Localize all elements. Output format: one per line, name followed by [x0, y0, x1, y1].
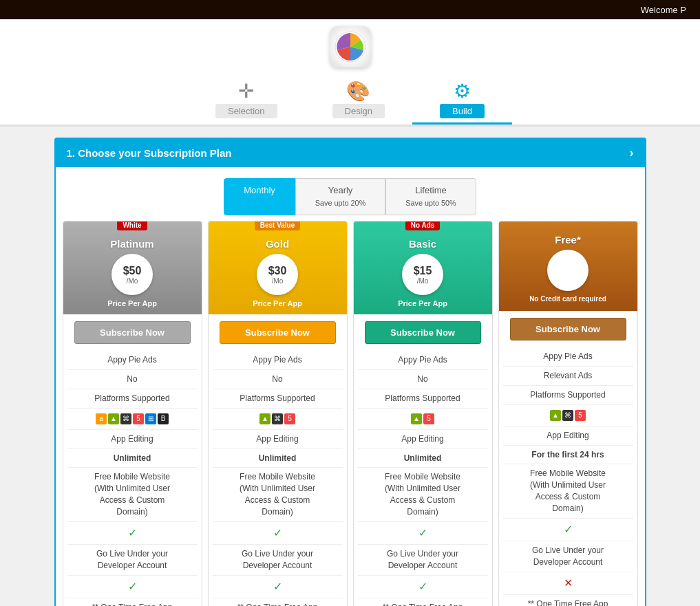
feature-submission-f: ** One Time Free AppSubmission(only if D… — [503, 595, 633, 606]
plan-basic-price-label: Price Per App — [398, 299, 447, 307]
step-design[interactable]: 🎨 Design — [305, 76, 412, 125]
header: ✛ Selection 🎨 Design ⚙ Build — [0, 19, 700, 127]
feature-editing-value: Unlimited — [67, 449, 198, 468]
feature-mobile-site-b: Free Mobile Website(With Unlimited UserA… — [358, 468, 488, 521]
feature-platforms-label-g: Platforms Supported — [213, 389, 343, 409]
main-container: 1. Choose your Subscription Plan › Month… — [54, 138, 646, 606]
feature-ads-value-f: Relevant Ads — [503, 367, 633, 386]
logo — [330, 26, 371, 67]
welcome-text: Welcome P — [641, 5, 686, 15]
feature-submission-g: ** One Time Free AppSubmission(only if D… — [213, 598, 343, 606]
feature-platforms-label-b: Platforms Supported — [358, 389, 488, 409]
feature-ads-label-g: Appy Pie Ads — [213, 351, 343, 370]
plan-gold-name: Gold — [266, 238, 289, 250]
plan-platinum-body: Appy Pie Ads No Platforms Supported a ▲ … — [63, 351, 202, 606]
feature-ads-value-g: No — [213, 370, 343, 389]
tab-lifetime[interactable]: LifetimeSave upto 50% — [385, 178, 476, 215]
steps-nav: ✛ Selection 🎨 Design ⚙ Build — [188, 76, 512, 125]
feature-ads-label-f: Appy Pie Ads — [503, 347, 633, 367]
feature-mobile-site-g: Free Mobile Website(With Unlimited UserA… — [213, 468, 343, 521]
build-icon: ⚙ — [454, 80, 471, 102]
plan-basic-amount: $15 — [414, 265, 432, 277]
section-title: 1. Choose your Subscription Plan — [67, 147, 232, 159]
plan-platinum-name: Platinum — [110, 238, 153, 250]
feature-platforms-icons-g: ▲ ⌘ 5 — [213, 409, 343, 430]
step-design-label[interactable]: Design — [332, 104, 385, 118]
feature-golive-cross-f: ✕ — [503, 572, 633, 595]
feature-platforms-icons-b: ▲ 5 — [358, 409, 488, 430]
plan-basic-header: No Ads Basic $15 /Mo Price Per App — [354, 221, 492, 314]
plan-platinum-price-circle: $50 /Mo — [112, 254, 153, 295]
feature-ads-value: No — [67, 370, 198, 389]
feature-submission-b: ** One Time Free AppSubmission(only if D… — [358, 598, 488, 606]
feature-mobile-check-b: ✓ — [358, 522, 488, 545]
plan-basic-body: Appy Pie Ads No Platforms Supported ▲ 5 … — [354, 351, 492, 606]
plan-gold-period: /Mo — [272, 277, 284, 285]
plan-gold-price-label: Price Per App — [253, 299, 302, 307]
feature-ads-value-b: No — [358, 370, 488, 389]
plan-free-no-credit: No Credit card required — [529, 295, 606, 303]
plan-gold-body: Appy Pie Ads No Platforms Supported ▲ ⌘ … — [209, 351, 347, 606]
feature-editing-label-g: App Editing — [213, 430, 343, 449]
feature-mobile-site-f: Free Mobile Website(With Unlimited UserA… — [503, 464, 633, 518]
feature-submission: ** One Time Free AppSubmission(only if D… — [67, 598, 198, 606]
design-icon: 🎨 — [346, 80, 370, 102]
feature-ads-label: Appy Pie Ads — [67, 351, 198, 370]
plan-gold: Best Value Gold $30 /Mo Price Per App Su… — [208, 221, 348, 606]
feature-mobile-check: ✓ — [67, 522, 198, 545]
subscribe-platinum[interactable]: Subscribe Now — [74, 321, 191, 344]
feature-golive-check: ✓ — [67, 576, 198, 598]
selection-icon: ✛ — [238, 80, 254, 102]
feature-mobile-check-f: ✓ — [503, 519, 633, 541]
feature-golive-label: Go Live Under yourDeveloper Account — [67, 545, 198, 576]
step-build[interactable]: ⚙ Build — [412, 76, 512, 125]
feature-editing-label-f: App Editing — [503, 426, 633, 446]
plan-platinum-period: /Mo — [127, 277, 138, 285]
feature-golive-label-g: Go Live Under yourDeveloper Account — [213, 545, 343, 576]
step-selection-label[interactable]: Selection — [215, 104, 277, 118]
subscribe-basic[interactable]: Subscribe Now — [365, 321, 481, 344]
plan-free-price-circle: Free* — [547, 250, 588, 291]
section-arrow: › — [630, 146, 634, 160]
plan-basic-name: Basic — [409, 238, 436, 250]
plan-gold-amount: $30 — [268, 265, 287, 277]
feature-editing-label: App Editing — [67, 430, 198, 449]
plan-free-label: Free* — [550, 261, 585, 279]
top-bar: Welcome P — [0, 0, 700, 19]
subscribe-gold[interactable]: Subscribe Now — [220, 321, 336, 344]
plan-basic: No Ads Basic $15 /Mo Price Per App Subsc… — [353, 221, 493, 606]
feature-editing-value-b: Unlimited — [358, 449, 488, 468]
badge-white: White — [117, 221, 147, 230]
feature-mobile-check-g: ✓ — [213, 522, 343, 545]
feature-ads-label-b: Appy Pie Ads — [358, 351, 488, 370]
feature-platforms-icons: a ▲ ⌘ 5 ⊞ B — [67, 409, 198, 430]
feature-editing-label-b: App Editing — [358, 430, 488, 449]
plan-free: Free* Free* No Credit card required Subs… — [498, 221, 638, 606]
step-selection[interactable]: ✛ Selection — [188, 76, 304, 125]
feature-editing-value-f: For the first 24 hrs — [503, 446, 633, 465]
plan-platinum-header: White Platinum $50 /Mo Price Per App — [63, 221, 202, 314]
plan-free-header: Free* Free* No Credit card required — [499, 221, 637, 311]
feature-golive-label-b: Go Live Under yourDeveloper Account — [358, 545, 488, 576]
feature-platforms-label: Platforms Supported — [67, 389, 198, 409]
feature-platforms-icons-f: ▲ ⌘ 5 — [503, 405, 633, 426]
plan-gold-price-circle: $30 /Mo — [257, 254, 298, 295]
section-header: 1. Choose your Subscription Plan › — [56, 139, 645, 167]
plans-container: White Platinum $50 /Mo Price Per App Sub… — [56, 221, 645, 606]
feature-editing-value-g: Unlimited — [213, 449, 343, 468]
feature-golive-check-b: ✓ — [358, 576, 488, 598]
plan-platinum: White Platinum $50 /Mo Price Per App Sub… — [63, 221, 202, 606]
plan-gold-header: Best Value Gold $30 /Mo Price Per App — [209, 221, 347, 314]
feature-platforms-label-f: Platforms Supported — [503, 386, 633, 405]
plan-free-body: Appy Pie Ads Relevant Ads Platforms Supp… — [499, 347, 637, 606]
step-build-label[interactable]: Build — [440, 104, 485, 118]
tab-monthly[interactable]: Monthly — [224, 178, 295, 215]
subscribe-free[interactable]: Subscribe Now — [510, 318, 626, 340]
plan-free-name: Free* — [555, 234, 581, 246]
feature-mobile-site: Free Mobile Website(With Unlimited UserA… — [67, 468, 198, 521]
tab-yearly[interactable]: YearlySave upto 20% — [295, 178, 385, 215]
badge-best: Best Value — [255, 221, 301, 230]
feature-golive-label-f: Go Live Under yourDeveloper Account — [503, 541, 633, 572]
feature-golive-check-g: ✓ — [213, 576, 343, 598]
plan-basic-period: /Mo — [417, 277, 429, 285]
